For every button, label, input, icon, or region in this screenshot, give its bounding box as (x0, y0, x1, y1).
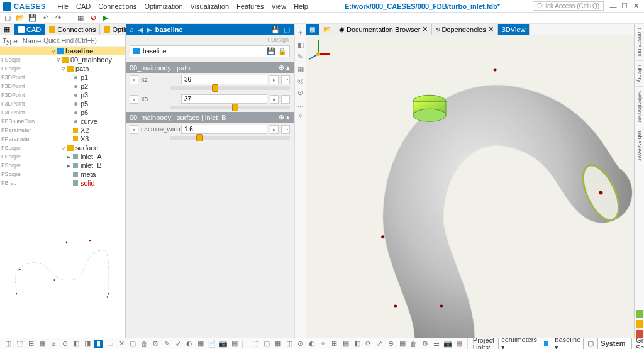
grid-icon[interactable]: ▦ (297, 65, 304, 73)
bt-icon[interactable]: ⊙ (296, 340, 305, 348)
tab-doc-browser[interactable]: ◉ Documentation Browser ✕ (335, 24, 432, 35)
bt-icon[interactable]: ✎ (162, 340, 171, 348)
tab-close-icon[interactable]: ✕ (488, 25, 494, 33)
target-icon[interactable]: ◎ (297, 77, 304, 85)
tab-tableviewer[interactable]: TableViewer (636, 126, 643, 165)
tree-row[interactable]: F3DPointp3 (0, 91, 125, 99)
tab-dependencies[interactable]: ⎋ Dependencies ✕ (432, 24, 497, 35)
tab-3dview[interactable]: 3DView (498, 24, 530, 35)
eval-badge[interactable]: ▢ (587, 340, 594, 348)
param-toggle[interactable]: x (130, 75, 138, 84)
bt-icon[interactable]: 🗑 (140, 340, 148, 348)
tree-row[interactable]: F3DPointp6 (0, 108, 125, 117)
3d-viewport[interactable] (306, 35, 634, 338)
bt-icon[interactable]: ◨ (83, 340, 92, 348)
menu-file[interactable]: File (53, 3, 72, 10)
bt-icon[interactable]: ▤ (455, 340, 464, 348)
bt-icon[interactable]: ⤢ (375, 340, 384, 348)
prop-close-icon[interactable]: ▢ (284, 26, 290, 34)
param-expr[interactable]: ▸ (270, 125, 279, 134)
menu-connections[interactable]: Connections (94, 3, 140, 10)
lock-icon[interactable]: 🔒 (278, 47, 287, 55)
bt-icon[interactable]: ▤ (230, 340, 239, 348)
prop-save-icon[interactable]: 💾 (271, 26, 280, 34)
bt-icon[interactable]: ◫ (4, 340, 13, 348)
run-icon[interactable]: ▶ (101, 13, 111, 23)
bt-icon[interactable]: ◧ (353, 340, 362, 348)
view-open-icon[interactable]: 📂 (319, 24, 335, 35)
tree-row[interactable]: FScope▿00_mainbody (0, 55, 125, 64)
center-icon[interactable]: ⊙ (297, 89, 303, 97)
undo-icon[interactable]: ↶ (40, 13, 50, 23)
bt-icon[interactable]: ⬚ (15, 340, 24, 348)
tree-row[interactable]: F3DPointp2 (0, 82, 125, 91)
bt-icon[interactable]: ▦ (274, 340, 282, 348)
maximize-icon[interactable]: ☐ (619, 2, 630, 10)
tab-project[interactable]: ▦ (0, 24, 14, 35)
param-input[interactable] (181, 75, 267, 84)
close-icon[interactable]: ✕ (630, 2, 641, 10)
tree-row[interactable]: FParameterX2 (0, 126, 125, 135)
tree-row[interactable]: FBrepsolid (0, 179, 125, 187)
bt-icon[interactable]: ▢ (262, 340, 271, 348)
bt-icon[interactable]: ▤ (341, 340, 350, 348)
minimize-icon[interactable]: — (608, 3, 619, 10)
param-menu[interactable]: ⋯ (281, 125, 290, 134)
section-header[interactable]: 00_mainbody | surface | inlet_B⊕ ▴ (126, 112, 294, 123)
bt-icon[interactable]: ✕ (117, 340, 126, 348)
tree-row[interactable]: ▿baseline (0, 47, 125, 55)
tree-row[interactable]: FScope▿path (0, 64, 125, 73)
bt-icon[interactable]: 📷 (219, 340, 228, 348)
curve-2d-view[interactable] (0, 187, 125, 338)
param-slider[interactable] (170, 86, 290, 90)
menu-view[interactable]: View (268, 3, 291, 10)
bt-icon[interactable]: ⚙ (421, 340, 430, 348)
swatch-yellow[interactable] (636, 320, 643, 328)
menu-optimization[interactable]: Optimization (140, 3, 186, 10)
tab-selectionset[interactable]: SelectionSet (636, 87, 643, 127)
open-icon[interactable]: 📂 (15, 13, 25, 23)
more-icon[interactable]: … (297, 101, 304, 108)
plus-icon[interactable]: ＋ (297, 28, 304, 37)
tab-constraints[interactable]: Constraints (636, 24, 643, 61)
wand-icon[interactable]: ✧ (297, 112, 303, 120)
new-icon[interactable]: ▢ (3, 13, 13, 23)
bt-icon[interactable]: ⬚ (251, 340, 260, 348)
bt-icon[interactable]: ▦ (38, 340, 47, 348)
tab-connections[interactable]: Connections (45, 24, 100, 35)
bt-icon[interactable]: ▦ (398, 340, 407, 348)
back-icon[interactable]: ◀ (138, 26, 143, 34)
bt-icon[interactable]: 📄 (208, 340, 216, 348)
redo-icon[interactable]: ↷ (53, 13, 63, 23)
param-expr[interactable]: ▸ (270, 75, 279, 84)
object-tree[interactable]: ▿baselineFScope▿00_mainbodyFScope▿pathF3… (0, 47, 125, 187)
menu-visualization[interactable]: Visualization (187, 3, 233, 10)
param-menu[interactable]: ⋯ (281, 95, 290, 104)
bt-icon[interactable]: ⟳ (364, 340, 373, 348)
section-header[interactable]: 00_mainbody | path⊕ ▴ (126, 62, 294, 73)
layers-icon[interactable]: ◧ (297, 41, 304, 49)
bt-icon[interactable]: ⊞ (26, 340, 35, 348)
bt-icon[interactable]: ◐ (308, 340, 316, 348)
forward-icon[interactable]: ▶ (147, 26, 152, 34)
tree-row[interactable]: FScope▸inlet_B (0, 161, 125, 170)
bt-icon[interactable]: ▢ (128, 340, 137, 348)
save-icon[interactable]: 💾 (28, 13, 38, 23)
bt-icon[interactable]: ✧ (319, 340, 328, 348)
tree-row[interactable]: F3DPointp1 (0, 73, 125, 82)
bt-icon[interactable]: ⊞ (330, 340, 339, 348)
param-input[interactable] (181, 125, 267, 134)
stop-icon[interactable]: ⊘ (88, 13, 98, 23)
menu-features[interactable]: Features (233, 3, 267, 10)
bt-icon[interactable]: ▮ (94, 340, 103, 348)
bt-icon[interactable]: ▦ (196, 340, 205, 348)
build-icon[interactable]: ▦ (75, 13, 86, 23)
bt-icon[interactable]: 🗑 (409, 340, 418, 348)
tree-row[interactable]: FParameterX3 (0, 135, 125, 143)
param-input[interactable] (181, 94, 267, 104)
bt-icon[interactable]: ◫ (285, 340, 294, 348)
quick-access-input[interactable]: Quick Access (Ctrl+Q) (533, 1, 604, 11)
tree-row[interactable]: FScope▿surface (0, 143, 125, 152)
tree-row[interactable]: FBSplineCurvecurve (0, 117, 125, 126)
bt-icon[interactable]: ◧ (72, 340, 80, 348)
